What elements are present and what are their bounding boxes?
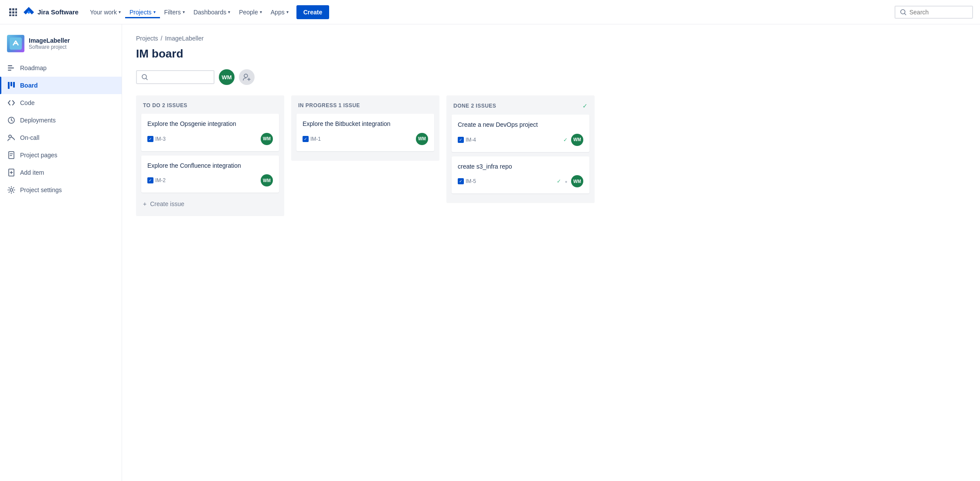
grid-icon[interactable] bbox=[7, 6, 19, 18]
topnav-item-dashboards[interactable]: Dashboards▾ bbox=[189, 6, 235, 18]
column-title: TO DO 2 ISSUES bbox=[143, 102, 187, 108]
card-title: Create a new DevOps project bbox=[458, 121, 583, 129]
svg-point-20 bbox=[244, 74, 248, 78]
card-avatar: WM bbox=[261, 174, 273, 186]
sidebar-item-label: Code bbox=[20, 99, 34, 106]
sidebar-item-roadmap[interactable]: Roadmap bbox=[0, 59, 122, 77]
card-im-4[interactable]: Create a new DevOps project IM-4 ✓ WM bbox=[452, 115, 589, 152]
svg-point-15 bbox=[9, 135, 11, 138]
svg-rect-3 bbox=[9, 11, 11, 14]
sidebar-item-label: Project pages bbox=[20, 152, 58, 159]
topnav-item-filters[interactable]: Filters▾ bbox=[160, 6, 189, 18]
column-header: DONE 2 ISSUES ✓ bbox=[452, 101, 589, 115]
sidebar-item-deployments[interactable]: Deployments bbox=[0, 112, 122, 129]
card-footer: IM-5 ✓ ⬥ WM bbox=[458, 175, 583, 187]
topnav-item-your-work[interactable]: Your work▾ bbox=[85, 6, 125, 18]
card-actions: WM bbox=[261, 133, 273, 145]
sidebar-item-on-call[interactable]: On-call bbox=[0, 129, 122, 146]
card-im-1[interactable]: Explore the Bitbucket integration IM-1 W… bbox=[296, 114, 434, 151]
card-footer: IM-2 WM bbox=[147, 174, 273, 186]
column-title: DONE 2 ISSUES bbox=[453, 103, 496, 109]
svg-rect-0 bbox=[9, 8, 11, 10]
card-footer: IM-1 WM bbox=[303, 133, 428, 145]
board-search-input[interactable] bbox=[151, 74, 203, 81]
svg-rect-12 bbox=[10, 82, 12, 86]
breadcrumb-projects[interactable]: Projects bbox=[136, 35, 158, 42]
card-actions: WM bbox=[261, 174, 273, 186]
board-search[interactable] bbox=[136, 70, 214, 84]
card-pin-icon: ⬥ bbox=[565, 178, 568, 184]
card-im-3[interactable]: Explore the Opsgenie integration IM-3 WM bbox=[141, 114, 279, 151]
topnav-items: Your work▾Projects▾Filters▾Dashboards▾Pe… bbox=[85, 6, 293, 18]
sidebar-item-project-settings[interactable]: Project settings bbox=[0, 181, 122, 199]
card-actions: WM bbox=[416, 133, 428, 145]
add-avatar-button[interactable] bbox=[239, 69, 255, 85]
board-search-icon bbox=[141, 74, 148, 81]
sidebar-item-label: Board bbox=[20, 82, 37, 89]
card-title: Explore the Confluence integration bbox=[147, 162, 273, 170]
add-icon bbox=[7, 168, 16, 177]
card-avatar: WM bbox=[261, 133, 273, 145]
sidebar-item-code[interactable]: Code bbox=[0, 94, 122, 112]
topnav-item-projects[interactable]: Projects▾ bbox=[125, 6, 160, 18]
card-actions: ✓ ⬥ WM bbox=[557, 175, 583, 187]
card-checkbox-icon bbox=[303, 136, 309, 142]
card-done-icon: ✓ bbox=[563, 137, 568, 143]
card-footer: IM-3 WM bbox=[147, 133, 273, 145]
sidebar-item-add-item[interactable]: Add item bbox=[0, 164, 122, 181]
main-content: Projects / ImageLabeller IM board WM bbox=[122, 24, 980, 481]
board-columns: TO DO 2 ISSUES Explore the Opsgenie inte… bbox=[136, 95, 966, 216]
card-done-icon: ✓ bbox=[557, 178, 561, 184]
card-title: create s3_infra repo bbox=[458, 163, 583, 171]
svg-rect-1 bbox=[12, 8, 14, 10]
sidebar: ImageLabeller Software project Roadmap B… bbox=[0, 24, 122, 481]
board-column-done: DONE 2 ISSUES ✓ Create a new DevOps proj… bbox=[446, 95, 595, 203]
sidebar-item-board[interactable]: Board bbox=[0, 77, 122, 94]
settings-icon bbox=[7, 186, 16, 194]
svg-rect-2 bbox=[15, 8, 17, 10]
card-id: IM-4 bbox=[458, 137, 476, 143]
pages-icon bbox=[7, 151, 16, 159]
svg-rect-13 bbox=[13, 82, 15, 88]
svg-rect-5 bbox=[15, 11, 17, 14]
card-id: IM-1 bbox=[303, 136, 321, 142]
board-column-in-progress: IN PROGRESS 1 ISSUE Explore the Bitbucke… bbox=[291, 95, 439, 161]
svg-point-18 bbox=[10, 189, 13, 191]
card-im-2[interactable]: Explore the Confluence integration IM-2 … bbox=[141, 156, 279, 193]
create-button[interactable]: Create bbox=[296, 5, 330, 19]
roadmap-icon bbox=[7, 64, 16, 72]
sidebar-item-label: Deployments bbox=[20, 117, 56, 124]
svg-rect-16 bbox=[9, 152, 14, 159]
card-checkbox-icon bbox=[458, 178, 464, 184]
deployments-icon bbox=[7, 116, 16, 125]
breadcrumb-imagelabeller: ImageLabeller bbox=[165, 35, 204, 42]
card-title: Explore the Bitbucket integration bbox=[303, 120, 428, 129]
project-name: ImageLabeller bbox=[29, 37, 70, 44]
global-search[interactable] bbox=[895, 6, 973, 19]
topnav-item-people[interactable]: People▾ bbox=[235, 6, 266, 18]
avatar-wm-filter[interactable]: WM bbox=[219, 69, 235, 85]
svg-rect-7 bbox=[12, 14, 14, 16]
project-icon bbox=[7, 35, 24, 52]
search-icon bbox=[900, 9, 907, 16]
jira-logo[interactable]: Jira Software bbox=[23, 6, 78, 18]
card-checkbox-icon bbox=[147, 177, 153, 183]
sidebar-item-label: Add item bbox=[20, 169, 44, 176]
search-input[interactable] bbox=[909, 9, 962, 16]
sidebar-item-project-pages[interactable]: Project pages bbox=[0, 146, 122, 164]
project-info: ImageLabeller Software project bbox=[29, 37, 70, 50]
sidebar-nav: Roadmap Board Code Deployments On-call P… bbox=[0, 59, 122, 199]
logo-text: Jira Software bbox=[37, 8, 78, 16]
svg-rect-8 bbox=[15, 14, 17, 16]
card-id: IM-3 bbox=[147, 136, 166, 142]
create-issue-button[interactable]: + Create issue bbox=[141, 197, 279, 211]
card-id: IM-5 bbox=[458, 178, 476, 184]
page-title: IM board bbox=[136, 47, 966, 61]
code-icon bbox=[7, 98, 16, 107]
topnav-item-apps[interactable]: Apps▾ bbox=[266, 6, 293, 18]
card-im-5[interactable]: create s3_infra repo IM-5 ✓ ⬥ WM bbox=[452, 156, 589, 194]
board-icon bbox=[7, 81, 16, 90]
sidebar-item-label: Roadmap bbox=[20, 64, 47, 71]
card-title: Explore the Opsgenie integration bbox=[147, 120, 273, 129]
svg-rect-6 bbox=[9, 14, 11, 16]
